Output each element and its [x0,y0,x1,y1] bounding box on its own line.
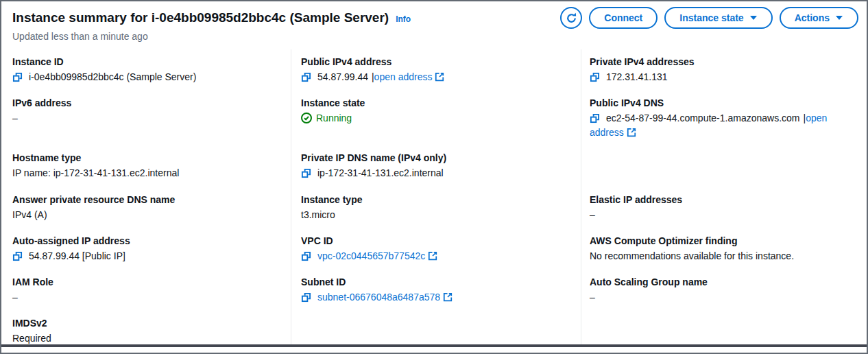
summary-column-2: Public IPv4 address 54.87.99.44|open add… [291,49,581,344]
external-link-icon [627,128,636,137]
caret-down-icon [749,15,758,21]
field-value: ec2-54-87-99-44.compute-1.amazonaws.com [606,113,799,123]
caret-down-icon [835,15,843,21]
refresh-button[interactable] [560,7,582,29]
field-label: Instance state [301,96,571,110]
field-value: IP name: ip-172-31-41-131.ec2.internal [12,166,280,180]
field-label: Subnet ID [301,275,571,289]
subnet-id-link[interactable]: subnet-06676048a6487a578 [317,292,440,303]
field-label: VPC ID [301,234,571,248]
field-value: – [590,290,858,305]
connect-button[interactable]: Connect [589,7,658,29]
field-label: Answer private resource DNS name [12,193,280,206]
copy-icon[interactable] [301,72,311,82]
page-title: Instance summary for i-0e4bb09985d2bbc4c… [12,10,389,26]
field-label: Auto-assigned IP address [12,234,280,248]
instance-state-value: Running [316,113,352,123]
copy-icon[interactable] [301,251,311,261]
copy-icon[interactable] [590,113,600,123]
field-value: ip-172-31-41-131.ec2.internal [317,167,444,178]
field-public-ipv4-dns: Public IPv4 DNS ec2-54-87-99-44.compute-… [590,91,858,187]
instance-summary-panel: Instance summary for i-0e4bb09985d2bbc4c… [0,0,868,354]
field-imdsv2: IMDSv2 Required [12,311,280,346]
field-label: Private IPv4 addresses [590,55,858,69]
field-compute-optimizer-finding: AWS Compute Optimizer finding No recomme… [590,228,858,270]
field-label: IMDSv2 [12,316,280,330]
field-value: i-0e4bb09985d2bbc4c (Sample Server) [29,71,196,82]
field-value: 54.87.99.44 [317,71,368,82]
field-label: Elastic IP addresses [590,193,858,206]
field-private-ip-dns-name: Private IP DNS name (IPv4 only) ip-172-3… [301,145,571,187]
field-label: Hostname type [12,151,280,165]
field-label: Instance ID [12,55,280,69]
field-label: Auto Scaling Group name [590,275,858,289]
updated-timestamp: Updated less than a minute ago [12,30,856,43]
info-link[interactable]: Info [396,14,411,24]
status-running-icon [301,113,312,123]
summary-column-1: Instance ID i-0e4bb09985d2bbc4c (Sample … [1,49,291,344]
copy-icon[interactable] [12,72,23,82]
copy-icon[interactable] [12,251,23,261]
field-value: Required [12,331,280,346]
field-auto-assigned-ip: Auto-assigned IP address 54.87.99.44 [Pu… [12,228,280,270]
refresh-icon [566,12,577,24]
open-address-link[interactable]: open address [374,71,433,82]
field-label: Public IPv4 address [301,55,571,69]
field-instance-type: Instance type t3.micro [301,187,571,228]
field-hostname-type: Hostname type IP name: ip-172-31-41-131.… [12,145,280,187]
actions-bar: Connect Instance state Actions [560,7,858,29]
field-value: IPv4 (A) [12,208,280,222]
external-link-icon [435,72,444,82]
field-instance-state: Instance state Running [301,91,571,145]
field-vpc-id: VPC ID vpc-02c0445657b77542c [301,228,571,270]
field-value: 172.31.41.131 [606,71,668,82]
field-label: Public IPv4 DNS [590,96,858,110]
summary-column-3: Private IPv4 addresses 172.31.41.131 Pub… [581,49,867,344]
copy-icon[interactable] [301,168,311,178]
external-link-icon [428,251,437,261]
field-value: – [12,290,280,305]
vpc-id-link[interactable]: vpc-02c0445657b77542c [317,250,425,261]
field-auto-scaling-group-name: Auto Scaling Group name – [590,270,858,311]
field-iam-role: IAM Role – [12,270,280,311]
field-answer-private-resource-dns: Answer private resource DNS name IPv4 (A… [12,187,280,228]
connect-button-label: Connect [604,12,642,23]
external-link-icon [443,292,453,302]
actions-dropdown[interactable]: Actions [780,7,858,29]
instance-state-label: Instance state [679,12,743,23]
field-ipv6-address: IPv6 address – [12,91,280,145]
instance-state-dropdown[interactable]: Instance state [664,7,772,29]
field-label: Private IP DNS name (IPv4 only) [301,151,571,165]
field-value: No recommendations available for this in… [590,249,858,263]
actions-label: Actions [795,12,830,23]
summary-grid: Instance ID i-0e4bb09985d2bbc4c (Sample … [1,49,867,344]
field-label: AWS Compute Optimizer finding [590,234,858,248]
field-value: – [12,111,280,126]
field-value: – [590,208,858,222]
copy-icon[interactable] [301,292,311,303]
copy-icon[interactable] [590,72,600,82]
field-label: IPv6 address [12,96,280,110]
field-instance-id: Instance ID i-0e4bb09985d2bbc4c (Sample … [12,49,280,91]
field-public-ipv4-address: Public IPv4 address 54.87.99.44|open add… [301,49,571,91]
field-value: 54.87.99.44 [Public IP] [29,250,125,261]
field-private-ipv4-addresses: Private IPv4 addresses 172.31.41.131 [590,49,858,91]
field-value: t3.micro [301,208,571,222]
panel-bottom-divider [1,344,867,347]
field-label: IAM Role [12,275,280,289]
field-label: Instance type [301,193,571,206]
field-elastic-ip-addresses: Elastic IP addresses – [590,187,858,228]
field-subnet-id: Subnet ID subnet-06676048a6487a578 [301,270,571,311]
